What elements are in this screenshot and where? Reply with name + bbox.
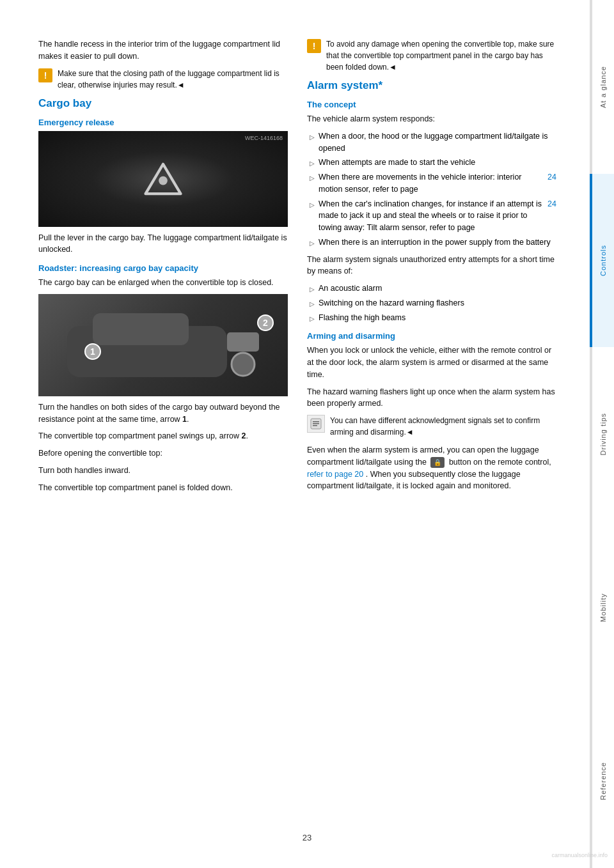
svg-rect-11 xyxy=(313,421,319,422)
image-label-1: WEC-1416168 xyxy=(245,135,283,141)
warning-box-1: ! Make sure that the closing path of the… xyxy=(38,68,288,91)
signals-list: An acoustic alarm Switching on the hazar… xyxy=(307,283,556,323)
left-column: The handle recess in the interior trim o… xyxy=(38,38,288,842)
roadster-svg: 1 2 xyxy=(38,294,288,396)
page-container: The handle recess in the interior trim o… xyxy=(0,0,614,868)
concept-intro: The vehicle alarm system responds: xyxy=(307,113,556,125)
page24-link-2[interactable]: 24 xyxy=(547,198,556,234)
sidebar-label-controls: Controls xyxy=(599,245,607,276)
sidebar-label-at-a-glance: At a glance xyxy=(599,66,607,108)
sidebar-label-reference: Reference xyxy=(599,762,607,800)
sidebar-tab-reference[interactable]: Reference xyxy=(590,694,614,868)
svg-rect-13 xyxy=(313,425,317,426)
bullet-3: When there are movements in the vehicle … xyxy=(307,171,556,196)
concept-subtitle: The concept xyxy=(307,100,556,109)
emergency-release-caption: Pull the lever in the cargo bay. The lug… xyxy=(38,232,288,256)
step2: The convertible top compartment panel is… xyxy=(38,482,288,494)
watermark: carmanualsonline.info xyxy=(551,852,608,858)
emergency-release-image: WEC-1416168 xyxy=(38,131,288,227)
sidebar-tab-at-a-glance[interactable]: At a glance xyxy=(590,0,614,174)
warning-icon-2: ! xyxy=(307,39,321,53)
bullet-2: When attempts are made to start the vehi… xyxy=(307,157,556,169)
svg-rect-12 xyxy=(313,423,319,424)
alarm-system-title: Alarm system* xyxy=(307,79,556,92)
signals-intro: The alarm system signals unauthorized en… xyxy=(307,254,556,278)
right-column: ! To avoid any damage when opening the c… xyxy=(307,38,556,842)
roadster-title: Roadster: increasing cargo bay capacity xyxy=(38,263,288,273)
note-text: You can have different acknowledgment si… xyxy=(330,415,556,438)
warning-icon-1: ! xyxy=(38,68,52,82)
sidebar-label-mobility: Mobility xyxy=(599,593,607,622)
svg-text:1: 1 xyxy=(90,346,95,357)
svg-point-1 xyxy=(159,176,168,185)
warning-text-1: Make sure that the closing path of the l… xyxy=(58,68,288,91)
roadster-img: 1 2 xyxy=(38,294,288,396)
concept-bullets: When a door, the hood or the luggage com… xyxy=(307,130,556,249)
svg-point-7 xyxy=(232,353,255,376)
sidebar-label-driving-tips: Driving tips xyxy=(599,413,607,455)
note-svg-icon xyxy=(310,417,322,430)
remote-button-icon: 🔒 xyxy=(430,457,445,468)
note-box: You can have different acknowledgment si… xyxy=(307,415,556,438)
arming-subtitle: Arming and disarming xyxy=(307,331,556,341)
cargo-bay-img xyxy=(38,131,288,227)
sidebar-tab-mobility[interactable]: Mobility xyxy=(590,521,614,695)
svg-rect-6 xyxy=(227,332,259,352)
page24-link-1[interactable]: 24 xyxy=(547,171,556,196)
page-number: 23 xyxy=(303,833,311,842)
warning-box-2: ! To avoid any damage when opening the c… xyxy=(307,38,556,73)
svg-text:2: 2 xyxy=(263,318,268,328)
roadster-intro: The cargo bay can be enlarged when the c… xyxy=(38,277,288,289)
lever-triangle-icon xyxy=(141,160,185,198)
warning-text-2: To avoid any damage when opening the con… xyxy=(326,38,556,73)
roadster-caption2: The convertible top compartment panel sw… xyxy=(38,430,288,442)
emergency-release-title: Emergency release xyxy=(38,118,288,127)
bullet-4: When the car's inclination changes, for … xyxy=(307,198,556,234)
roadster-image: 1 2 xyxy=(38,294,288,396)
signal-1: An acoustic alarm xyxy=(307,283,556,295)
cargo-bay-title: Cargo bay xyxy=(38,97,288,110)
before-opening: Before opening the convertible top: xyxy=(38,447,288,460)
roadster-caption1: Turn the handles on both sides of the ca… xyxy=(38,401,288,426)
sidebar-tab-driving-tips[interactable]: Driving tips xyxy=(590,347,614,521)
arrow1-label: 1 xyxy=(182,415,187,424)
main-content: The handle recess in the interior trim o… xyxy=(0,0,590,868)
intro-text: The handle recess in the interior trim o… xyxy=(38,38,288,63)
svg-rect-3 xyxy=(93,313,189,345)
signal-2: Switching on the hazard warning flashers xyxy=(307,297,556,309)
arming-text1: When you lock or unlock the vehicle, eit… xyxy=(307,345,556,380)
arrow2-label: 2 xyxy=(242,431,246,440)
sidebar-tab-controls[interactable]: Controls xyxy=(590,174,614,348)
arming-text2: The hazard warning flashers light up onc… xyxy=(307,386,556,410)
note-icon xyxy=(307,415,325,433)
signal-3: Flashing the high beams xyxy=(307,312,556,324)
step1: Turn both handles inward. xyxy=(38,465,288,477)
sidebar: At a glance Controls Driving tips Mobili… xyxy=(590,0,614,868)
bullet-5: When there is an interruption in the pow… xyxy=(307,236,556,249)
bullet-1: When a door, the hood or the luggage com… xyxy=(307,130,556,155)
arming-text3: Even when the alarm system is armed, you… xyxy=(307,444,556,492)
